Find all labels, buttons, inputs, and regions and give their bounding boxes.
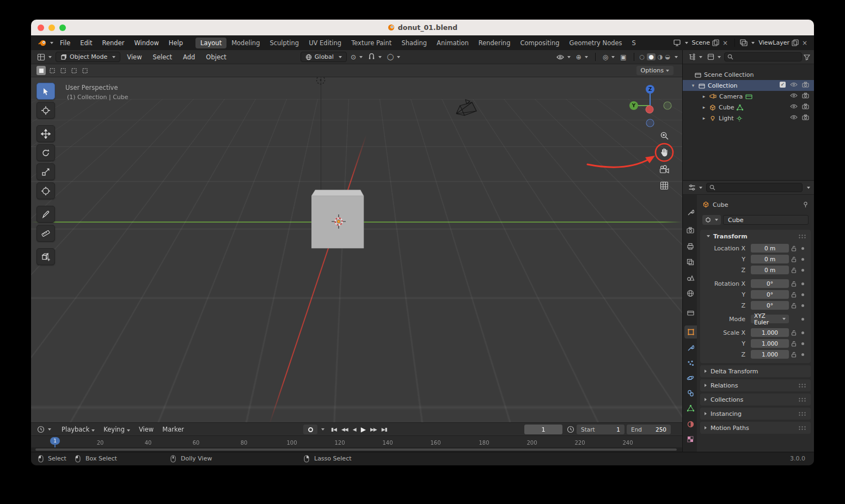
workspace-tab-shading[interactable]: Shading — [396, 38, 432, 48]
tab-tool[interactable] — [684, 206, 697, 219]
outliner-search-input[interactable] — [724, 52, 802, 62]
scale-x-lock-icon[interactable] — [791, 330, 797, 336]
menu-help[interactable]: Help — [164, 38, 188, 48]
xray-toggle[interactable]: ▣ — [619, 53, 628, 62]
transform-panel-header[interactable]: Transform — [700, 230, 811, 243]
location-z-field[interactable]: 0 m — [751, 266, 789, 274]
timeline-menu-marker[interactable]: Marker — [158, 425, 188, 434]
camera-expand-icon[interactable]: ▸ — [701, 94, 707, 99]
options-dropdown[interactable]: Options — [636, 66, 673, 75]
rotation-y-lock-icon[interactable] — [791, 292, 797, 298]
rotation-z-lock-icon[interactable] — [791, 303, 797, 309]
outliner-row-scene-collection[interactable]: Scene Collection — [683, 69, 814, 80]
tool-scale[interactable] — [36, 163, 55, 180]
scale-z-lock-icon[interactable] — [791, 352, 797, 358]
camera-object[interactable] — [455, 99, 481, 122]
tab-object[interactable] — [684, 325, 697, 339]
select-mode-invert-button[interactable] — [69, 66, 78, 75]
location-x-lock-icon[interactable] — [791, 245, 797, 251]
viewport-3d[interactable]: User Perspective (1) Collection | Cube — [31, 77, 682, 422]
location-z-lock-icon[interactable] — [791, 267, 797, 273]
scale-y-animate-dot[interactable] — [801, 342, 804, 345]
collections-grip-handle[interactable] — [798, 397, 806, 402]
browse-object-button[interactable] — [702, 215, 721, 225]
mode-dropdown[interactable]: Object Mode — [56, 52, 120, 62]
shading-material-button[interactable]: ◑ — [658, 53, 663, 60]
timeline-menu-keying[interactable]: Keying — [99, 425, 134, 434]
panel-relations[interactable]: Relations — [700, 379, 811, 391]
tab-world[interactable] — [684, 287, 697, 300]
rotation-y-animate-dot[interactable] — [801, 293, 804, 296]
rotation-x-field[interactable]: 0° — [751, 279, 789, 288]
outliner-row-camera[interactable]: ▸ Camera — [683, 91, 814, 102]
gizmos-dropdown[interactable]: ⊕ — [574, 53, 590, 62]
new-scene-icon[interactable] — [712, 39, 719, 46]
tab-modifiers[interactable] — [684, 341, 697, 354]
tool-add-cube[interactable] — [36, 248, 55, 265]
light-render-icon[interactable] — [802, 114, 809, 120]
object-visibility-dropdown[interactable] — [555, 54, 572, 60]
workspace-tab-uv-editing[interactable]: UV Editing — [304, 38, 346, 48]
rotation-y-field[interactable]: 0° — [751, 290, 789, 299]
blender-logo-menu[interactable] — [36, 39, 55, 47]
scale-x-field[interactable]: 1.000 — [751, 328, 789, 337]
tab-object-data[interactable] — [684, 402, 697, 415]
tab-physics[interactable] — [684, 371, 697, 384]
panel-motion-paths[interactable]: Motion Paths — [700, 422, 811, 434]
keying-set-caret[interactable] — [321, 428, 324, 431]
camera-render-icon[interactable] — [802, 93, 809, 99]
cube-hide-eye-icon[interactable] — [790, 103, 798, 109]
scale-y-field[interactable]: 1.000 — [751, 339, 789, 348]
timeline-menu-view[interactable]: View — [134, 425, 158, 434]
scale-z-field[interactable]: 1.000 — [751, 350, 789, 359]
filter-icon[interactable] — [804, 54, 810, 60]
tab-material[interactable] — [684, 417, 697, 431]
scale-y-lock-icon[interactable] — [791, 341, 797, 347]
select-mode-new-button[interactable] — [36, 66, 46, 75]
rotation-x-animate-dot[interactable] — [801, 282, 804, 285]
pin-icon[interactable] — [803, 201, 809, 208]
select-mode-subtract-button[interactable] — [58, 66, 68, 75]
location-x-animate-dot[interactable] — [801, 247, 804, 250]
timeline-editor-selector[interactable] — [35, 425, 53, 434]
panel-instancing[interactable]: Instancing — [700, 408, 811, 420]
workspace-tab-layout[interactable]: Layout — [195, 38, 226, 48]
use-preview-range-icon[interactable] — [567, 426, 574, 433]
tool-cursor[interactable] — [36, 102, 55, 119]
motion-paths-grip-handle[interactable] — [798, 426, 806, 431]
pivot-point-dropdown[interactable]: ⊙ — [349, 53, 364, 62]
tool-measure[interactable] — [36, 225, 55, 242]
cube-expand-icon[interactable]: ▸ — [701, 105, 707, 110]
relations-grip-handle[interactable] — [798, 383, 806, 388]
select-mode-intersect-button[interactable] — [80, 66, 89, 75]
location-y-animate-dot[interactable] — [801, 258, 804, 261]
workspace-tab-modeling[interactable]: Modeling — [226, 38, 265, 48]
light-object[interactable] — [315, 77, 327, 86]
toggle-orthographic-button[interactable] — [657, 179, 671, 193]
menu-edit[interactable]: Edit — [75, 38, 97, 48]
panel-collections[interactable]: Collections — [700, 394, 811, 405]
gizmo-axis-neg-z[interactable] — [646, 119, 654, 127]
light-hide-eye-icon[interactable] — [790, 114, 798, 120]
shading-wireframe-button[interactable]: ○ — [640, 53, 645, 60]
tab-collection[interactable] — [684, 306, 697, 319]
workspace-tab-geometry-nodes[interactable]: Geometry Nodes — [565, 38, 627, 48]
location-y-field[interactable]: 0 m — [751, 255, 789, 263]
location-z-animate-dot[interactable] — [801, 269, 804, 272]
tab-constraints[interactable] — [684, 386, 697, 399]
play-button[interactable]: ▶ — [359, 425, 367, 434]
navigation-gizmo[interactable]: Z Y — [628, 82, 672, 132]
location-x-field[interactable]: 0 m — [751, 244, 789, 253]
viewport-menu-view[interactable]: View — [123, 52, 146, 62]
workspace-tab-compositing[interactable]: Compositing — [515, 38, 564, 48]
frame-start-field[interactable]: Start 1 — [577, 425, 624, 434]
tool-move[interactable] — [36, 125, 55, 142]
rotation-z-field[interactable]: 0° — [751, 301, 789, 310]
new-view-layer-icon[interactable] — [792, 39, 799, 46]
collection-render-camera-icon[interactable] — [802, 82, 809, 88]
rotation-x-lock-icon[interactable] — [791, 281, 797, 287]
current-frame-marker[interactable]: 1 — [50, 437, 60, 445]
shading-dropdown-caret[interactable] — [675, 56, 678, 58]
viewport-menu-add[interactable]: Add — [179, 52, 199, 62]
tab-output[interactable] — [684, 239, 697, 253]
